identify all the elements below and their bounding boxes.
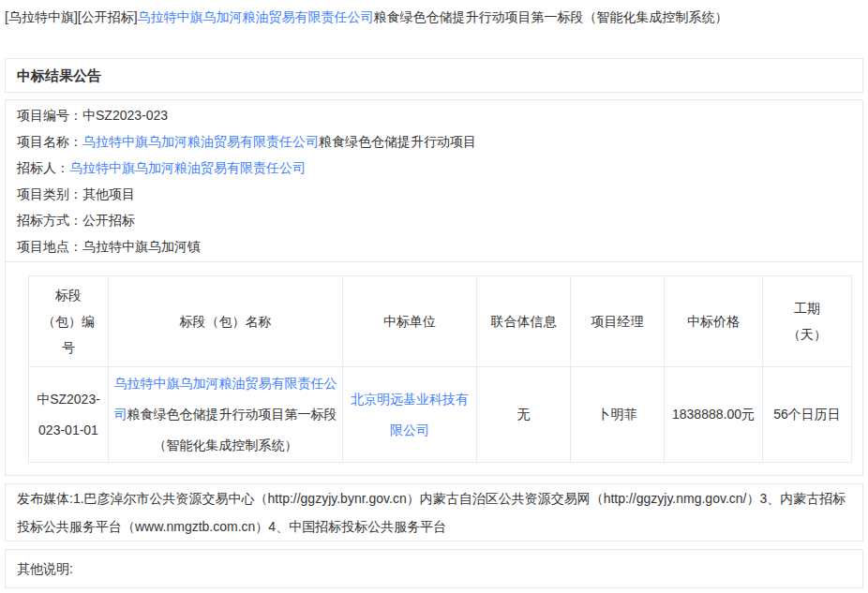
cell-winner: 北京明远基业科技有限公司	[343, 367, 477, 463]
page-title: [乌拉特中旗][公开招标]乌拉特中旗乌加河粮油贸易有限责任公司粮食绿色仓储提升行…	[5, 8, 863, 25]
cell-duration: 56个日历日	[763, 367, 852, 463]
col-header-section-name: 标段（包）名称	[109, 276, 343, 367]
cell-section-no: 中SZ2023-023-01-01	[29, 367, 109, 463]
section-name-rest: 粮食绿色仓储提升行动项目第一标段（智能化集成控制系统）	[127, 407, 337, 452]
publish-media-text: 发布媒体:1.巴彦淖尔市公共资源交易中心（http://ggzyjy.bynr.…	[17, 491, 846, 534]
title-company-link[interactable]: 乌拉特中旗乌加河粮油贸易有限责任公司	[138, 9, 374, 24]
announcement-body-card: 项目编号：中SZ2023-023 项目名称：乌拉特中旗乌加河粮油贸易有限责任公司…	[5, 99, 863, 476]
announcement-header-card: 中标结果公告	[5, 58, 863, 93]
info-value: 其他项目	[82, 186, 135, 201]
info-value: 公开招标	[82, 213, 135, 228]
col-header-price: 中标价格	[665, 276, 763, 367]
title-suffix: 粮食绿色仓储提升行动项目第一标段（智能化集成控制系统）	[374, 9, 728, 24]
other-note-card: 其他说明:	[5, 549, 863, 588]
col-header-winner: 中标单位	[343, 276, 477, 367]
info-label: 项目类别：	[17, 186, 82, 201]
cell-price: 1838888.00元	[665, 367, 763, 463]
info-link[interactable]: 乌拉特中旗乌加河粮油贸易有限责任公司	[69, 160, 306, 175]
info-label: 招标方式：	[17, 213, 82, 228]
cell-manager: 卜明菲	[571, 367, 665, 463]
col-header-duration: 工期（天）	[763, 276, 852, 367]
info-label: 项目地点：	[17, 239, 82, 254]
info-link[interactable]: 乌拉特中旗乌加河粮油贸易有限责任公司	[82, 134, 319, 149]
project-info-section: 项目编号：中SZ2023-023 项目名称：乌拉特中旗乌加河粮油贸易有限责任公司…	[6, 100, 862, 262]
col-header-consortium: 联合体信息	[477, 276, 571, 367]
info-value: 中SZ2023-023	[82, 108, 168, 123]
info-label: 项目名称：	[17, 134, 82, 149]
info-row-tenderee: 招标人：乌拉特中旗乌加河粮油贸易有限责任公司	[17, 155, 851, 181]
winner-link[interactable]: 北京明远基业科技有限公司	[351, 392, 469, 437]
title-prefix: [乌拉特中旗][公开招标]	[5, 9, 138, 24]
cell-consortium: 无	[477, 367, 571, 463]
publish-media-card: 发布媒体:1.巴彦淖尔市公共资源交易中心（http://ggzyjy.bynr.…	[5, 483, 863, 541]
info-value: 乌拉特中旗乌加河镇	[82, 239, 201, 254]
info-label: 招标人：	[17, 160, 69, 175]
info-row-method: 招标方式：公开招标	[17, 207, 851, 233]
info-row-project-no: 项目编号：中SZ2023-023	[17, 102, 851, 128]
result-table: 标段（包）编号 标段（包）名称 中标单位 联合体信息 项目经理 中标价格 工期（…	[28, 275, 852, 463]
table-row: 中SZ2023-023-01-01 乌拉特中旗乌加河粮油贸易有限责任公司粮食绿色…	[29, 367, 852, 463]
col-header-manager: 项目经理	[571, 276, 665, 367]
info-row-category: 项目类别：其他项目	[17, 181, 851, 207]
result-table-section: 标段（包）编号 标段（包）名称 中标单位 联合体信息 项目经理 中标价格 工期（…	[6, 262, 862, 475]
info-label: 项目编号：	[17, 108, 82, 123]
col-header-section-no: 标段（包）编号	[29, 276, 109, 367]
info-row-project-name: 项目名称：乌拉特中旗乌加河粮油贸易有限责任公司粮食绿色仓储提升行动项目	[17, 128, 851, 155]
other-note-text: 其他说明:	[17, 561, 73, 576]
cell-section-name: 乌拉特中旗乌加河粮油贸易有限责任公司粮食绿色仓储提升行动项目第一标段（智能化集成…	[109, 367, 343, 463]
info-row-location: 项目地点：乌拉特中旗乌加河镇	[17, 233, 851, 259]
announcement-header: 中标结果公告	[17, 67, 101, 83]
info-value: 粮食绿色仓储提升行动项目	[319, 134, 476, 149]
result-table-header-row: 标段（包）编号 标段（包）名称 中标单位 联合体信息 项目经理 中标价格 工期（…	[29, 276, 852, 367]
